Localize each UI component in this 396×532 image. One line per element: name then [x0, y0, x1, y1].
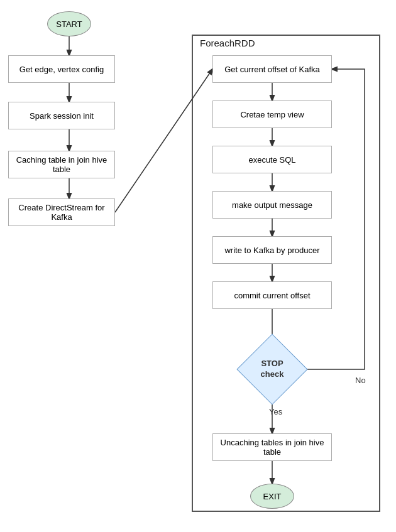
spark-session-node: Spark session init: [8, 102, 115, 129]
execute-sql-label: execute SQL: [248, 155, 295, 165]
get-offset-label: Get current offset of Kafka: [224, 65, 320, 74]
get-edge-label: Get edge, vertex config: [19, 65, 104, 74]
elements-layer: START Get edge, vertex config Spark sess…: [0, 0, 396, 532]
get-edge-node: Get edge, vertex config: [8, 55, 115, 83]
diagram-container: ForeachRDD: [0, 0, 396, 532]
cretae-temp-node: Cretae temp view: [212, 100, 332, 128]
caching-table-node: Caching table in join hive table: [8, 151, 115, 178]
write-kafka-node: write to Kafka by producer: [212, 236, 332, 264]
exit-label: EXIT: [263, 492, 282, 501]
stop-check-label: STOP check: [247, 344, 297, 394]
make-output-label: make output message: [232, 200, 312, 210]
commit-offset-node: commit current offset: [212, 281, 332, 309]
direct-stream-label: Create DirectStream for Kafka: [14, 203, 109, 222]
start-node: START: [47, 11, 91, 36]
write-kafka-label: write to Kafka by producer: [224, 246, 319, 255]
yes-label: Yes: [269, 407, 282, 416]
commit-offset-label: commit current offset: [234, 291, 310, 300]
uncaching-label: Uncaching tables in join hive table: [218, 438, 326, 457]
no-label: No: [355, 376, 366, 385]
get-offset-node: Get current offset of Kafka: [212, 55, 332, 83]
execute-sql-node: execute SQL: [212, 146, 332, 173]
exit-node: EXIT: [250, 484, 294, 509]
start-label: START: [56, 19, 82, 29]
caching-table-label: Caching table in join hive table: [14, 155, 109, 174]
cretae-temp-label: Cretae temp view: [240, 110, 304, 119]
direct-stream-node: Create DirectStream for Kafka: [8, 198, 115, 226]
uncaching-node: Uncaching tables in join hive table: [212, 433, 332, 461]
make-output-node: make output message: [212, 191, 332, 219]
spark-session-label: Spark session init: [30, 111, 94, 121]
